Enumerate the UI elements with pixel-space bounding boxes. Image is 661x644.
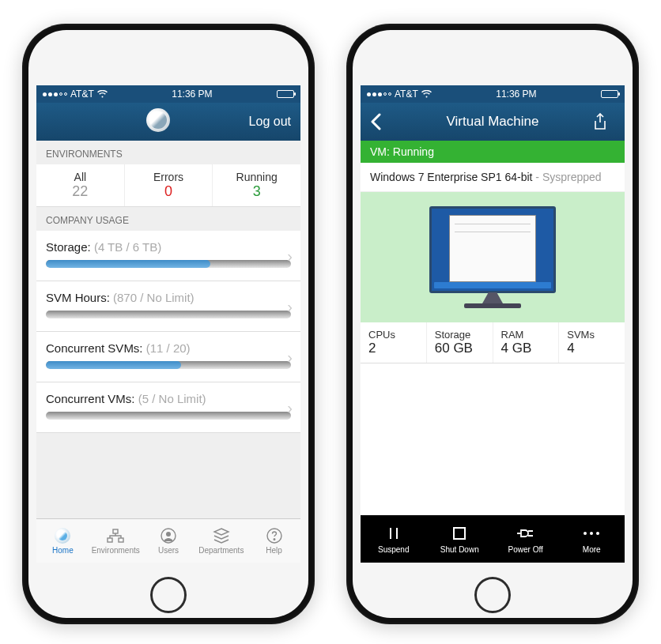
- spec-svms: SVMs 4: [559, 322, 625, 363]
- usage-storage[interactable]: Storage: (4 TB / 6 TB) ›: [36, 231, 300, 281]
- plug-icon: [516, 525, 536, 542]
- signal-dots-icon: [367, 92, 391, 96]
- usage-concurrent-svms[interactable]: Concurrent SVMs: (11 / 20) ›: [36, 332, 300, 382]
- svg-point-6: [274, 539, 275, 540]
- spec-storage: Storage 60 GB: [427, 322, 493, 363]
- swirl-logo-icon: [146, 108, 170, 132]
- svg-point-4: [166, 532, 171, 537]
- app-header: Virtual Machine: [361, 103, 625, 141]
- tab-home[interactable]: Home: [36, 519, 89, 563]
- status-bar: AT&T 11:36 PM: [361, 85, 625, 103]
- wifi-icon: [421, 90, 432, 98]
- tab-environments[interactable]: Environments: [89, 519, 142, 563]
- app-logo: [68, 108, 249, 136]
- env-errors[interactable]: Errors 0: [125, 164, 213, 206]
- vm-suffix: - Sysprepped: [532, 171, 601, 183]
- clock-label: 11:36 PM: [172, 89, 212, 100]
- home-button[interactable]: [150, 577, 187, 613]
- svg-rect-7: [454, 528, 465, 539]
- monitor-icon: [429, 206, 556, 308]
- chevron-right-icon: ›: [287, 398, 293, 416]
- svg-rect-0: [113, 529, 118, 533]
- battery-icon: [601, 90, 618, 98]
- company-usage-section-label: COMPANY USAGE: [36, 207, 300, 231]
- vm-thumbnail: [361, 192, 625, 322]
- wifi-icon: [97, 90, 108, 98]
- tab-users[interactable]: Users: [142, 519, 195, 563]
- battery-icon: [277, 90, 294, 98]
- network-icon: [107, 527, 124, 544]
- env-running[interactable]: Running 3: [213, 164, 300, 206]
- share-button[interactable]: [593, 113, 615, 130]
- svg-rect-1: [108, 538, 112, 542]
- spec-ram: RAM 4 GB: [493, 322, 560, 363]
- action-shutdown[interactable]: Shut Down: [427, 515, 493, 563]
- chevron-right-icon: ›: [287, 297, 293, 315]
- vm-action-bar: Suspend Shut Down Power Off: [361, 515, 625, 563]
- action-suspend[interactable]: Suspend: [361, 515, 427, 563]
- progress-bar: [46, 260, 291, 268]
- stop-icon: [452, 525, 466, 542]
- page-title: Virtual Machine: [392, 114, 593, 130]
- help-icon: [266, 527, 282, 544]
- usage-concurrent-vms[interactable]: Concurrent VMs: (5 / No Limit) ›: [36, 382, 300, 433]
- chevron-right-icon: ›: [287, 247, 293, 265]
- svg-point-9: [590, 532, 593, 535]
- screen-vm-detail: AT&T 11:36 PM Virtual Machine: [361, 85, 625, 563]
- tab-help[interactable]: Help: [247, 519, 300, 563]
- back-button[interactable]: [370, 113, 392, 130]
- empty-area: [361, 363, 625, 515]
- vm-name: Windows 7 Enterprise SP1 64-bit: [370, 171, 532, 183]
- env-all[interactable]: All 22: [36, 164, 125, 206]
- progress-bar: [46, 361, 291, 369]
- app-header: Log out: [36, 103, 300, 141]
- user-icon: [161, 527, 176, 544]
- swirl-icon: [55, 527, 70, 544]
- progress-bar: [46, 311, 291, 318]
- carrier-label: AT&T: [395, 89, 418, 100]
- environments-summary: All 22 Errors 0 Running 3: [36, 164, 300, 207]
- screen-home: AT&T 11:36 PM Log out ENVIRONMENTS All: [36, 85, 300, 563]
- home-button[interactable]: [474, 577, 511, 613]
- usage-svm-hours[interactable]: SVM Hours: (870 / No Limit) ›: [36, 281, 300, 332]
- vm-specs: CPUs 2 Storage 60 GB RAM 4 GB SVMs 4: [361, 322, 625, 363]
- environments-section-label: ENVIRONMENTS: [36, 141, 300, 164]
- pause-icon: [387, 525, 400, 542]
- action-poweroff[interactable]: Power Off: [493, 515, 559, 563]
- spec-cpus: CPUs 2: [361, 322, 427, 363]
- vm-status-banner: VM: Running: [361, 141, 625, 163]
- logout-button[interactable]: Log out: [249, 115, 291, 129]
- svg-point-10: [596, 532, 599, 535]
- carrier-label: AT&T: [70, 89, 94, 100]
- svg-point-8: [584, 532, 587, 535]
- more-icon: [583, 525, 600, 542]
- vm-name-row: Windows 7 Enterprise SP1 64-bit - Syspre…: [361, 163, 625, 192]
- signal-dots-icon: [43, 92, 67, 96]
- svg-rect-2: [119, 538, 123, 542]
- tab-departments[interactable]: Departments: [195, 519, 247, 563]
- action-more[interactable]: More: [559, 515, 625, 563]
- tab-bar: Home Environments Users: [36, 518, 300, 563]
- layers-icon: [213, 527, 230, 544]
- chevron-right-icon: ›: [287, 348, 293, 366]
- phone-right: AT&T 11:36 PM Virtual Machine: [346, 24, 639, 624]
- clock-label: 11:36 PM: [496, 89, 536, 100]
- progress-bar: [46, 412, 291, 420]
- phone-left: AT&T 11:36 PM Log out ENVIRONMENTS All: [22, 24, 315, 624]
- status-bar: AT&T 11:36 PM: [36, 85, 300, 103]
